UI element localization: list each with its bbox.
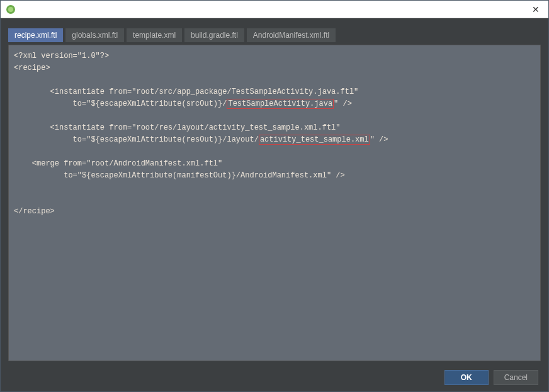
code-line: to="${escapeXmlAttribute(srcOut)}/ <box>14 99 227 108</box>
code-line: </recipe> <box>14 207 55 216</box>
highlight-activity-java: TestSampleActivity.java <box>227 99 334 109</box>
highlight-layout-xml: activity_test_sample.xml <box>259 135 370 145</box>
code-editor[interactable]: <?xml version="1.0"?> <recipe> <instanti… <box>8 45 541 361</box>
code-line: <merge from="root/AndroidManifest.xml.ft… <box>14 159 222 168</box>
tab-recipe[interactable]: recipe.xml.ftl <box>8 28 63 42</box>
tab-globals[interactable]: globals.xml.ftl <box>65 28 124 42</box>
dialog-window: ✕ recipe.xml.ftl globals.xml.ftl templat… <box>0 0 549 392</box>
button-row: OK Cancel <box>6 364 543 386</box>
close-button[interactable]: ✕ <box>528 2 543 17</box>
cancel-button[interactable]: Cancel <box>494 370 538 385</box>
titlebar: ✕ <box>1 1 548 18</box>
code-line: " /> <box>334 99 352 108</box>
app-icon <box>6 4 16 14</box>
code-line: <?xml version="1.0"?> <box>14 52 109 60</box>
ok-button[interactable]: OK <box>444 370 489 385</box>
tab-android-manifest[interactable]: AndroidManifest.xml.ftl <box>247 28 336 42</box>
content-area: recipe.xml.ftl globals.xml.ftl template.… <box>1 18 548 391</box>
svg-point-1 <box>8 7 13 12</box>
code-line: " /> <box>370 135 388 144</box>
code-line: <instantiate from="root/src/app_package/… <box>14 87 358 96</box>
tab-build-gradle[interactable]: build.gradle.ftl <box>184 28 244 42</box>
tab-template[interactable]: template.xml <box>127 28 182 42</box>
code-line: to="${escapeXmlAttribute(manifestOut)}/A… <box>14 171 345 180</box>
code-line: <instantiate from="root/res/layout/activ… <box>14 123 340 132</box>
code-line: to="${escapeXmlAttribute(resOut)}/layout… <box>14 135 259 144</box>
code-line: <recipe> <box>14 64 50 72</box>
tab-bar: recipe.xml.ftl globals.xml.ftl template.… <box>6 23 543 42</box>
